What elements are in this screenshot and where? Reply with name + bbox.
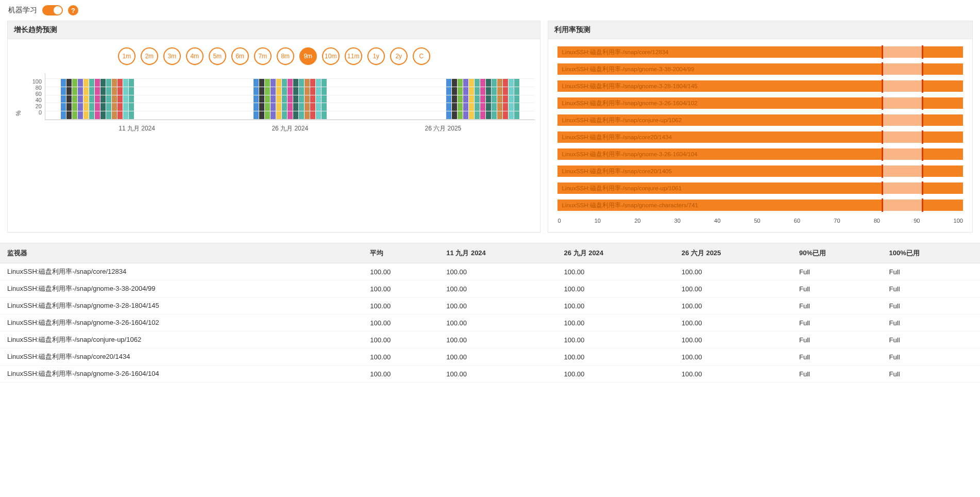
util-row[interactable]: LinuxSSH:磁盘利用率-/snap/conjure-up/1061 xyxy=(557,181,963,195)
cell: Full xyxy=(792,366,882,383)
time-pill-1m[interactable]: 1m xyxy=(118,47,136,65)
col-header[interactable]: 26 六月 2025 xyxy=(674,243,792,263)
cell: 100.00 xyxy=(674,280,792,297)
y-axis-label: % xyxy=(13,73,24,133)
util-row[interactable]: LinuxSSH:磁盘利用率-/snap/core/12834 xyxy=(557,45,963,59)
util-row-label: LinuxSSH:磁盘利用率-/snap/gnome-3-38-2004/99 xyxy=(562,65,694,73)
util-row[interactable]: LinuxSSH:磁盘利用率-/snap/gnome-3-38-2004/99 xyxy=(557,62,963,76)
cell: 100.00 xyxy=(439,349,556,366)
util-row-label: LinuxSSH:磁盘利用率-/snap/conjure-up/1061 xyxy=(562,185,682,192)
time-pill-4m[interactable]: 4m xyxy=(186,47,204,65)
col-header[interactable]: 26 九月 2024 xyxy=(556,243,674,263)
time-pill-3m[interactable]: 3m xyxy=(163,47,181,65)
time-pill-7m[interactable]: 7m xyxy=(254,47,272,65)
time-pill-2y[interactable]: 2y xyxy=(390,47,408,65)
cell: LinuxSSH:磁盘利用率-/snap/core/12834 xyxy=(0,263,363,280)
cell: 100.00 xyxy=(556,314,674,332)
util-row-label: LinuxSSH:磁盘利用率-/snap/core/12834 xyxy=(562,48,668,56)
util-row-label: LinuxSSH:磁盘利用率-/snap/gnome-3-26-1604/104 xyxy=(562,151,697,158)
cell: 100.00 xyxy=(674,297,792,314)
cell: 100.00 xyxy=(439,366,556,383)
time-pill-5m[interactable]: 5m xyxy=(209,47,226,65)
hx-tick: 100 xyxy=(954,218,963,224)
cell: Full xyxy=(792,332,882,349)
y-tick: 0 xyxy=(39,109,42,115)
cell: 100.00 xyxy=(363,297,439,314)
cell: LinuxSSH:磁盘利用率-/snap/gnome-3-26-1604/104 xyxy=(0,366,363,383)
cell: Full xyxy=(882,314,980,332)
cell: Full xyxy=(792,349,882,366)
util-row-label: LinuxSSH:磁盘利用率-/snap/gnome-3-28-1804/145 xyxy=(562,82,697,90)
x-tick: 26 九月 2024 xyxy=(213,124,366,133)
cell: LinuxSSH:磁盘利用率-/snap/gnome-3-38-2004/99 xyxy=(0,280,363,297)
y-tick: 40 xyxy=(36,97,42,103)
util-row[interactable]: LinuxSSH:磁盘利用率-/snap/core20/1405 xyxy=(557,164,963,178)
cell: 100.00 xyxy=(674,263,792,280)
cell: 100.00 xyxy=(363,314,439,332)
cell: Full xyxy=(792,297,882,314)
table-row[interactable]: LinuxSSH:磁盘利用率-/snap/gnome-3-38-2004/991… xyxy=(0,280,980,297)
cell: 100.00 xyxy=(556,263,674,280)
cell: Full xyxy=(882,297,980,314)
y-tick: 80 xyxy=(36,85,42,91)
hx-tick: 70 xyxy=(834,218,840,224)
cell: 100.00 xyxy=(674,332,792,349)
time-pill-8m[interactable]: 8m xyxy=(277,47,294,65)
util-row[interactable]: LinuxSSH:磁盘利用率-/snap/conjure-up/1062 xyxy=(557,113,963,127)
util-row[interactable]: LinuxSSH:磁盘利用率-/snap/gnome-3-26-1604/104 xyxy=(557,147,963,161)
cell: 100.00 xyxy=(439,263,556,280)
cell: 100.00 xyxy=(439,297,556,314)
util-row[interactable]: LinuxSSH:磁盘利用率-/snap/gnome-3-28-1804/145 xyxy=(557,79,963,93)
cell: 100.00 xyxy=(674,349,792,366)
table-row[interactable]: LinuxSSH:磁盘利用率-/snap/conjure-up/1062100.… xyxy=(0,332,980,349)
cell: 100.00 xyxy=(674,314,792,332)
col-header[interactable]: 监视器 xyxy=(0,243,363,263)
util-row-label: LinuxSSH:磁盘利用率-/snap/gnome-3-26-1604/102 xyxy=(562,100,697,107)
col-header[interactable]: 100%已用 xyxy=(882,243,980,263)
cell: Full xyxy=(882,349,980,366)
cell: LinuxSSH:磁盘利用率-/snap/conjure-up/1062 xyxy=(0,332,363,349)
util-row-label: LinuxSSH:磁盘利用率-/snap/core20/1405 xyxy=(562,168,671,175)
help-icon[interactable]: ? xyxy=(68,5,78,15)
ml-toggle[interactable] xyxy=(42,5,63,15)
time-pill-1y[interactable]: 1y xyxy=(367,47,385,65)
table-row[interactable]: LinuxSSH:磁盘利用率-/snap/core20/1434100.0010… xyxy=(0,349,980,366)
util-row[interactable]: LinuxSSH:磁盘利用率-/snap/gnome-characters/74… xyxy=(557,198,963,212)
x-tick: 26 六月 2025 xyxy=(366,124,519,133)
table-row[interactable]: LinuxSSH:磁盘利用率-/snap/core/12834100.00100… xyxy=(0,263,980,280)
cell: 100.00 xyxy=(363,332,439,349)
table-row[interactable]: LinuxSSH:磁盘利用率-/snap/gnome-3-26-1604/104… xyxy=(0,366,980,383)
cell: Full xyxy=(882,263,980,280)
table-row[interactable]: LinuxSSH:磁盘利用率-/snap/gnome-3-26-1604/102… xyxy=(0,314,980,332)
util-row[interactable]: LinuxSSH:磁盘利用率-/snap/gnome-3-26-1604/102 xyxy=(557,96,963,110)
time-pill-9m[interactable]: 9m xyxy=(299,47,317,65)
cell: 100.00 xyxy=(556,349,674,366)
x-tick: 11 九月 2024 xyxy=(60,124,213,133)
cell: 100.00 xyxy=(439,314,556,332)
growth-panel: 增长趋势预测 1m2m3m4m5m6m7m8m9m10m11m1y2yC % 1… xyxy=(7,21,540,233)
time-pill-11m[interactable]: 11m xyxy=(345,47,362,65)
col-header[interactable]: 11 九月 2024 xyxy=(439,243,556,263)
cell: 100.00 xyxy=(439,280,556,297)
util-row-label: LinuxSSH:磁盘利用率-/snap/gnome-characters/74… xyxy=(562,202,698,209)
time-pill-6m[interactable]: 6m xyxy=(231,47,249,65)
monitor-table: 监视器平均11 九月 202426 九月 202426 六月 202590%已用… xyxy=(0,243,980,383)
col-header[interactable]: 90%已用 xyxy=(792,243,882,263)
col-header[interactable]: 平均 xyxy=(363,243,439,263)
time-pill-C[interactable]: C xyxy=(413,47,430,65)
time-pill-2m[interactable]: 2m xyxy=(141,47,158,65)
cell: 100.00 xyxy=(556,366,674,383)
cell: Full xyxy=(882,366,980,383)
util-row[interactable]: LinuxSSH:磁盘利用率-/snap/core20/1434 xyxy=(557,130,963,144)
cell: Full xyxy=(792,280,882,297)
table-row[interactable]: LinuxSSH:磁盘利用率-/snap/gnome-3-28-1804/145… xyxy=(0,297,980,314)
cell: Full xyxy=(882,332,980,349)
cell: LinuxSSH:磁盘利用率-/snap/gnome-3-26-1604/102 xyxy=(0,314,363,332)
time-pill-10m[interactable]: 10m xyxy=(322,47,340,65)
hx-tick: 30 xyxy=(674,218,681,224)
hx-tick: 10 xyxy=(595,218,601,224)
ml-label: 机器学习 xyxy=(8,6,37,15)
hx-tick: 80 xyxy=(874,218,880,224)
cell: LinuxSSH:磁盘利用率-/snap/gnome-3-28-1804/145 xyxy=(0,297,363,314)
y-tick: 100 xyxy=(32,78,42,85)
